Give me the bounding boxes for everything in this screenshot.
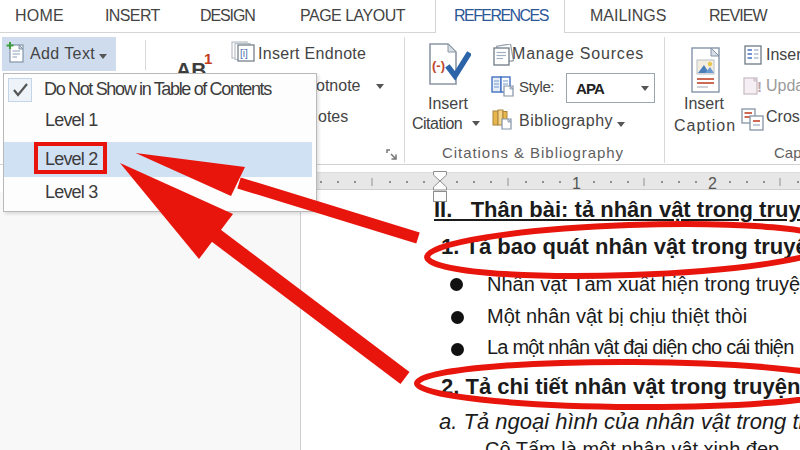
svg-text:!: ! xyxy=(757,78,762,95)
svg-text:[i]: [i] xyxy=(240,48,248,59)
svg-text:1: 1 xyxy=(572,175,581,192)
svg-text:2: 2 xyxy=(708,175,717,192)
svg-text:(-): (-) xyxy=(432,58,445,73)
